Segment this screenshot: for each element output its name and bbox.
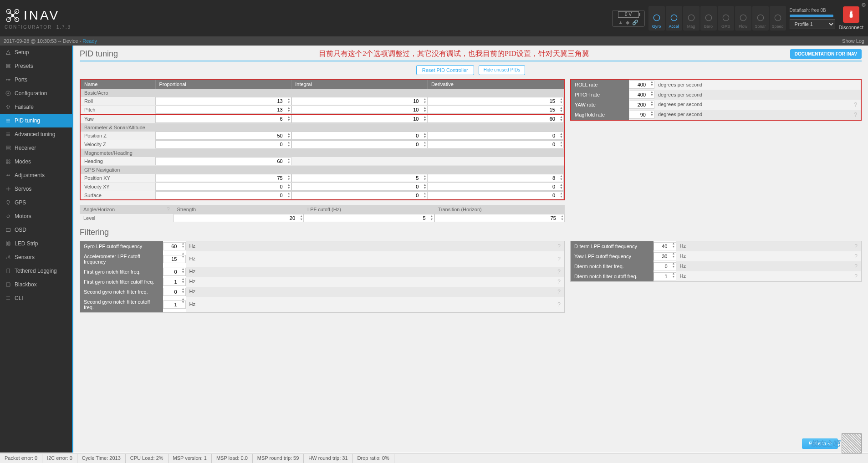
sidebar-item-receiver[interactable]: Receiver [0,141,72,155]
pid-position-z-p-input[interactable] [155,132,291,140]
pid-position-z-d-input[interactable] [427,132,564,140]
pid-yaw-p-input[interactable] [155,115,291,123]
profile-select[interactable]: Profile 1 [790,19,835,29]
sensor-baro: Baro [700,6,717,31]
yaw-rate-input[interactable] [629,101,654,109]
sidebar-item-blackbox[interactable]: Blackbox [0,278,72,291]
sidebar-item-setup[interactable]: Setup [0,46,72,59]
level-h1: Strength [174,205,304,214]
svg-point-8 [705,15,711,20]
pid-velocity-xy-i-input[interactable] [291,183,428,191]
reset-pid-button[interactable]: Reset PID Controller [416,65,474,75]
pid-yaw-d-input[interactable] [427,115,564,123]
sidebar-item-tethered-logging[interactable]: Tethered Logging [0,264,72,278]
svg-point-6 [671,15,677,20]
pid-position-xy-i-input[interactable] [291,174,428,182]
second-gyro-notch-filter-freq--input[interactable] [163,288,186,296]
sensor-mag: Mag [683,6,700,31]
pid-roll-d-input[interactable] [427,97,564,105]
pid-position-xy-d-input[interactable] [427,174,564,182]
settings-icon[interactable]: ⚙ [861,2,866,8]
sidebar-item-ports[interactable]: Ports [0,73,72,86]
page-title: PID tuning [80,49,118,59]
sidebar: SetupPresetsPortsConfigurationFailsafePI… [0,46,72,453]
hide-unused-pids-button[interactable]: Hide unused PIDs [479,65,526,75]
pid-velocity-z-i-input[interactable] [291,140,428,148]
pid-yaw-i-input[interactable] [291,115,428,123]
sidebar-item-presets[interactable]: Presets [0,59,72,73]
sidebar-item-configuration[interactable]: Configuration [0,86,72,100]
show-log-link[interactable]: Show Log [842,38,864,44]
status-bar: 2017-09-28 @ 10:30:53 -- Device - Ready … [0,36,868,46]
warning-icon: ▲ [618,20,623,25]
svg-point-9 [723,15,729,20]
pid-pitch-p-input[interactable] [155,106,291,114]
dataflash-box: Dataflash: free 0B Profile 1 [790,8,835,29]
gyro-lpf-cutoff-frequency-input[interactable] [163,242,186,250]
yaw-lpf-cutoff-frequency-input[interactable] [654,252,676,260]
help-icon[interactable]: ? [167,206,170,213]
pid-roll-i-input[interactable] [291,97,428,105]
dterm-notch-filter-cutoff-freq--input[interactable] [654,272,676,280]
level-strength-input[interactable] [174,214,304,222]
dataflash-bar [790,15,833,17]
pid-surface-i-input[interactable] [291,191,428,199]
sidebar-item-cli[interactable]: CLI [0,291,72,305]
usb-icon [847,10,856,19]
pid-heading-p-input[interactable] [155,157,291,165]
pid-surface-p-input[interactable] [155,191,291,199]
sensor-indicators: GyroAccelMagBaroGPSFlowSonarSpeed [648,6,786,31]
pid-velocity-xy-d-input[interactable] [427,183,564,191]
status-timestamp: 2017-09-28 @ 10:30:53 -- Device - [4,38,82,44]
sidebar-item-sensors[interactable]: Sensors [0,250,72,264]
pid-roll-p-input[interactable] [155,97,291,105]
sidebar-item-advanced-tuning[interactable]: Advanced tuning [0,127,72,141]
logo-area: INAV CONFIGURATOR 1.7.3 [5,7,71,30]
sidebar-item-pid-tuning[interactable]: PID tuning [0,114,72,127]
sidebar-item-gps[interactable]: GPS [0,196,72,209]
filters-left-table: Gyro LPF cutoff frequency▲▼Hz?Accelerome… [80,241,565,313]
d-term-lpf-cutoff-frequency-input[interactable] [654,242,676,250]
level-h3: Transition (Horizon) [434,205,565,214]
svg-point-12 [775,15,781,20]
level-transition-input[interactable] [434,214,565,222]
pid-position-xy-p-input[interactable] [155,174,291,182]
refresh-button[interactable]: Refresh ✈ [802,438,838,449]
maghold-rate-input[interactable] [629,111,654,119]
first-gyro-notch-filter-freq--input[interactable] [163,268,186,276]
svg-rect-15 [852,11,852,12]
roll-rate-input[interactable] [629,81,654,89]
sidebar-item-servos[interactable]: Servos [0,182,72,196]
pid-velocity-z-d-input[interactable] [427,140,564,148]
pitch-rate-input[interactable] [629,91,654,99]
documentation-button[interactable]: DOCUMENTATION FOR INAV [790,49,862,59]
second-gyro-notch-filter-cutoff-freq--input[interactable] [163,300,186,309]
sidebar-item-modes[interactable]: Modes [0,155,72,168]
accelerometer-lpf-cutoff-frequency-input[interactable] [163,255,186,263]
sidebar-item-osd[interactable]: OSD [0,223,72,237]
sidebar-item-adjustments[interactable]: Adjustments [0,168,72,182]
topbar: ⚙ INAV CONFIGURATOR 1.7.3 0 V ▲ ◆ 🔗 Gyro… [0,0,868,36]
pid-surface-d-input[interactable] [427,191,564,199]
first-gyro-notch-filter-cutoff-freq--input[interactable] [163,278,186,286]
pid-velocity-z-p-input[interactable] [155,140,291,148]
sidebar-item-failsafe[interactable]: Failsafe [0,100,72,114]
pid-table: NameProportionalIntegralDerivativeBasic/… [80,79,565,200]
dterm-notch-filter-freq--input[interactable] [654,262,676,270]
pid-pitch-i-input[interactable] [291,106,428,114]
rates-table: ROLL rate▲▼degrees per secondPITCH rate▲… [570,79,862,121]
pid-pitch-d-input[interactable] [427,106,564,114]
pid-position-z-i-input[interactable] [291,132,428,140]
qr-code [842,433,862,453]
battery-voltage: 0 V [618,11,639,18]
svg-point-11 [757,15,763,20]
pid-velocity-xy-p-input[interactable] [155,183,291,191]
sensor-speed: Speed [770,6,786,31]
sidebar-item-motors[interactable]: Motors [0,209,72,223]
level-lpf-input[interactable] [304,214,434,222]
sensor-accel: Accel [666,6,682,31]
sidebar-item-led-strip[interactable]: LED Strip [0,237,72,250]
disconnect-button[interactable] [843,6,859,23]
disconnect-area[interactable]: Disconnect [839,6,863,30]
dataflash-label: Dataflash: free 0B [790,8,835,13]
